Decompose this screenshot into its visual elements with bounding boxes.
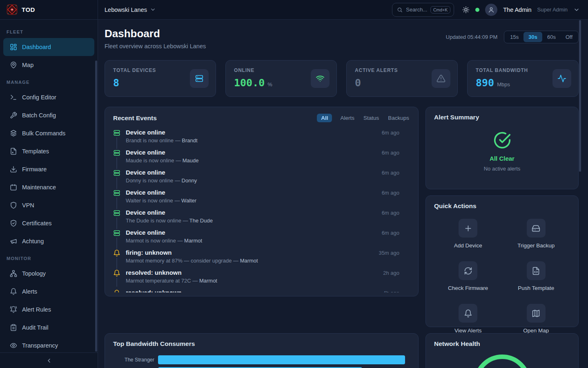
events-tabs: All Alerts Status Backups xyxy=(317,114,410,122)
event-time: 4h ago xyxy=(383,290,410,292)
event-row: Device online 6m ago Brandt is now onlin… xyxy=(113,129,410,144)
updated-timestamp: Updated 05:44:09 PM xyxy=(446,34,497,40)
network-health-panel: Network Health 100 xyxy=(425,333,579,368)
sidebar-item-dashboard[interactable]: Dashboard xyxy=(3,38,94,56)
sidebar-item-alerts[interactable]: Alerts xyxy=(3,283,94,301)
event-subtitle: Donny is now onlineDonny xyxy=(126,177,410,184)
quick-action-view-alerts[interactable]: View Alerts xyxy=(434,304,502,334)
server-icon xyxy=(195,74,204,83)
page-title: Dashboard xyxy=(105,27,206,40)
stat-card-total-devices: TOTAL DEVICES 8 xyxy=(105,60,216,97)
app-name: TOD xyxy=(22,6,35,13)
event-subtitle: Brandt is now onlineBrandt xyxy=(126,137,410,144)
event-title: resolved: unknown xyxy=(126,289,182,292)
events-tab-backups[interactable]: Backups xyxy=(387,114,410,122)
event-row: Device online 6m ago The Dude is now onl… xyxy=(113,209,410,224)
sidebar-item-transparency[interactable]: Transparency xyxy=(3,337,94,352)
events-list: Device online 6m ago Brandt is now onlin… xyxy=(113,129,410,292)
interval-option-60s[interactable]: 60s xyxy=(542,32,561,42)
quick-actions-panel: Quick Actions Add Device Trigger Backup xyxy=(425,195,579,327)
sidebar-item-label: Achtung xyxy=(22,238,44,245)
event-subtitle: Marmot is now onlineMarmot xyxy=(126,238,410,244)
interval-option-off[interactable]: Off xyxy=(561,32,577,42)
events-tab-all[interactable]: All xyxy=(317,114,332,122)
sidebar-item-label: Bulk Commands xyxy=(22,130,65,137)
check-circle-icon xyxy=(493,131,512,150)
event-subtitle: Walter is now onlineWalter xyxy=(126,197,410,204)
bandwidth-panel: Top Bandwidth Consumers The Stranger Wal… xyxy=(105,333,419,368)
sidebar-item-bulk-commands[interactable]: Bulk Commands xyxy=(3,124,94,142)
quick-action-add-device[interactable]: Add Device xyxy=(434,219,502,249)
quick-action-push-template[interactable]: Push Template xyxy=(502,261,570,291)
sidebar-item-label: Topology xyxy=(22,270,46,277)
events-scrollbar[interactable] xyxy=(579,20,581,172)
dashboard-icon xyxy=(10,43,17,51)
alert-triangle-icon xyxy=(437,74,445,83)
server-icon xyxy=(113,189,120,197)
event-time: 6m ago xyxy=(382,190,410,196)
sidebar-item-templates[interactable]: Templates xyxy=(3,142,94,160)
fleet-selector[interactable]: Lebowski Lanes xyxy=(105,7,156,13)
network-health-gauge: 100 xyxy=(474,355,531,368)
sidebar-item-vpn[interactable]: VPN xyxy=(3,196,94,214)
download-icon xyxy=(10,166,17,173)
bandwidth-row: The Stranger xyxy=(113,355,410,364)
event-time: 35m ago xyxy=(379,250,410,256)
quick-action-check-firmware[interactable]: Check Firmware xyxy=(434,261,502,291)
stat-card-active-alerts: ACTIVE ALERTS 0 xyxy=(346,60,458,97)
quick-action-trigger-backup[interactable]: Trigger Backup xyxy=(502,219,570,249)
events-tab-status[interactable]: Status xyxy=(363,114,380,122)
server-icon xyxy=(113,149,120,157)
events-tab-alerts[interactable]: Alerts xyxy=(339,114,355,122)
connection-status-dot xyxy=(475,8,479,12)
user-menu-button[interactable] xyxy=(573,7,580,13)
search-box[interactable]: Cmd+K xyxy=(392,3,454,17)
quick-action-open-map[interactable]: Open Map xyxy=(502,304,570,334)
alert-summary-status: All Clear xyxy=(490,155,514,162)
brand: TOD xyxy=(0,0,98,19)
bandwidth-device-label: The Stranger xyxy=(113,357,158,363)
sidebar-item-batch-config[interactable]: Batch Config xyxy=(3,106,94,124)
sidebar-section-fleet: FLEET xyxy=(0,25,98,38)
file-code-icon xyxy=(532,267,540,275)
event-title: Device online xyxy=(126,189,165,196)
sidebar-item-alert-rules[interactable]: Alert Rules xyxy=(3,301,94,319)
shield-icon xyxy=(10,202,17,209)
avatar[interactable] xyxy=(485,4,497,16)
server-icon xyxy=(113,129,120,137)
sidebar-item-label: VPN xyxy=(22,202,34,209)
search-icon xyxy=(397,7,403,13)
sidebar-item-firmware[interactable]: Firmware xyxy=(3,160,94,178)
search-input[interactable] xyxy=(406,7,427,13)
event-row: Device online 6m ago Donny is now online… xyxy=(113,169,410,184)
sidebar-item-label: Firmware xyxy=(22,166,47,173)
event-title: Device online xyxy=(126,229,165,236)
server-icon xyxy=(113,229,120,238)
theme-toggle-button[interactable] xyxy=(462,6,470,13)
sidebar-item-certificates[interactable]: Certificates xyxy=(3,214,94,232)
event-time: 6m ago xyxy=(382,130,410,136)
event-row: Device online 6m ago Marmot is now onlin… xyxy=(113,229,410,244)
sidebar-item-maintenance[interactable]: Maintenance xyxy=(3,178,94,196)
sidebar-item-map[interactable]: Map xyxy=(3,56,94,74)
calendar-icon xyxy=(10,184,17,191)
clipboard-icon xyxy=(10,324,17,331)
fleet-selector-label: Lebowski Lanes xyxy=(105,7,147,13)
event-subtitle: The Dude is now onlineThe Dude xyxy=(126,218,410,224)
app-logo-icon xyxy=(7,4,18,15)
sidebar-scrollbar[interactable] xyxy=(95,61,97,352)
stat-icon-chip xyxy=(190,69,209,88)
sidebar-section-monitor: MONITOR xyxy=(0,252,98,265)
refresh-interval-control: 15s 30s 60s Off xyxy=(504,31,579,43)
sidebar-item-achtung[interactable]: Achtung xyxy=(3,232,94,250)
sidebar-item-config-editor[interactable]: Config Editor xyxy=(3,88,94,106)
sidebar-collapse-button[interactable] xyxy=(0,352,98,368)
event-time: 6m ago xyxy=(382,170,410,176)
stat-value: 100.0 xyxy=(234,77,265,89)
interval-option-15s[interactable]: 15s xyxy=(505,32,523,42)
sidebar-item-audit-trail[interactable]: Audit Trail xyxy=(3,319,94,337)
stat-icon-chip xyxy=(552,69,571,88)
sidebar-item-topology[interactable]: Topology xyxy=(3,265,94,283)
interval-option-30s[interactable]: 30s xyxy=(523,32,542,42)
event-time: 6m ago xyxy=(382,150,410,156)
